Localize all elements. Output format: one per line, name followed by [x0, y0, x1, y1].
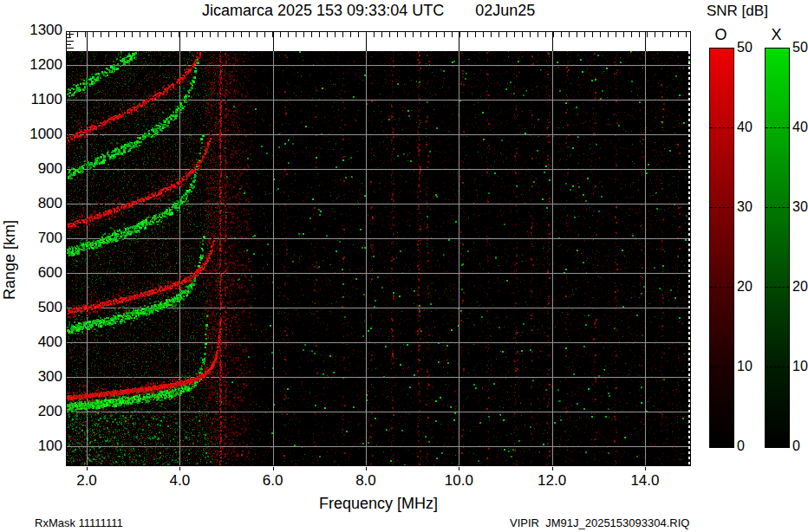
plot-title-datetime: Jicamarca 2025 153 09:33:04 UTC [202, 2, 444, 20]
left-axis-minor-tick [67, 48, 74, 49]
top-axis-minor-tick [381, 32, 382, 37]
top-axis-minor-tick [85, 32, 86, 37]
top-axis-minor-tick [342, 32, 343, 37]
x-tick-label: 6.0 [254, 473, 292, 489]
colorbar-tick-dash [710, 287, 733, 288]
plot-title-date: 02Jun25 [475, 2, 535, 20]
top-axis-minor-tick [147, 32, 148, 37]
top-axis-minor-tick [350, 32, 351, 37]
top-axis-minor-tick [506, 32, 507, 37]
x-tick-label: 12.0 [533, 473, 571, 489]
top-axis-minor-tick [467, 32, 468, 37]
top-axis-minor-tick [498, 32, 499, 37]
top-axis-minor-tick [561, 32, 562, 37]
top-axis-minor-tick [249, 32, 250, 37]
colorbar-tick-label: 0 [737, 438, 759, 454]
top-axis-minor-tick [592, 32, 593, 37]
top-axis-major-tick [645, 32, 646, 51]
top-axis-minor-tick [475, 32, 476, 37]
top-axis-minor-tick [264, 32, 265, 37]
top-axis-minor-tick [233, 32, 234, 37]
x-axis-tick [179, 467, 180, 470]
top-axis-minor-tick [639, 32, 640, 37]
x-axis-tick [87, 467, 88, 470]
x-tick-label: 14.0 [626, 473, 664, 489]
x-axis-label: Frequency [MHz] [66, 495, 691, 513]
top-axis-minor-tick [241, 32, 242, 37]
top-axis-minor-tick [413, 32, 414, 37]
top-axis-minor-tick [553, 32, 554, 37]
top-axis-minor-tick [93, 32, 94, 37]
top-axis-minor-tick [600, 32, 601, 37]
filename-text: VIPIR JM91J_2025153093304.RIQ [510, 516, 689, 529]
top-axis-major-tick [552, 32, 553, 51]
colorbar-tick-label: 10 [737, 359, 759, 374]
colorbar-tick-label: 50 [792, 40, 808, 55]
colorbar-tick-dash [710, 207, 733, 208]
top-axis-minor-tick [303, 32, 304, 37]
top-axis-major-tick [87, 32, 88, 51]
y-tick-label: 100 [24, 438, 62, 454]
top-axis-minor-tick [545, 32, 546, 37]
y-tick-label: 600 [24, 265, 62, 281]
y-axis-label: Range [km] [0, 130, 19, 390]
top-axis-minor-tick [288, 32, 289, 37]
colorbar-tick-label: 30 [737, 199, 759, 215]
top-axis-minor-tick [225, 32, 226, 37]
top-axis-minor-tick [428, 32, 429, 37]
colorbar-tick-dash [766, 287, 789, 288]
top-axis-minor-tick [210, 32, 211, 37]
top-axis-minor-tick [514, 32, 515, 37]
y-tick-label: 1200 [24, 57, 62, 73]
x-tick-label: 8.0 [347, 473, 385, 489]
top-axis-minor-tick [374, 32, 375, 37]
colorbar-tick-dash [710, 367, 733, 367]
y-tick-label: 700 [24, 230, 62, 246]
top-axis-minor-tick [678, 32, 679, 37]
left-axis-minor-tick [67, 44, 71, 45]
top-axis-minor-tick [108, 32, 109, 37]
y-tick-label: 1300 [24, 23, 62, 38]
y-tick-label: 200 [24, 404, 62, 419]
top-axis-minor-tick [327, 32, 328, 37]
top-axis-major-tick [179, 32, 180, 51]
colorbar-tick-label: 40 [737, 120, 759, 135]
top-axis-minor-tick [77, 32, 78, 37]
colorbar-tick-label: 30 [792, 199, 808, 215]
colorbar-tick-label: 40 [792, 120, 808, 135]
top-axis-minor-tick [522, 32, 523, 37]
top-axis-minor-tick [420, 32, 421, 37]
top-axis-minor-tick [389, 32, 390, 37]
vipir-ionogram-screen: Jicamarca 2025 153 09:33:04 UTC 02Jun25 … [0, 0, 808, 532]
top-axis-minor-tick [584, 32, 585, 37]
left-axis-minor-tick [67, 37, 71, 38]
x-axis-tick [459, 467, 459, 470]
colorbar-tick-dash [766, 367, 789, 367]
colorbar-mode-label: O [708, 26, 733, 44]
top-axis-minor-tick [257, 32, 257, 37]
top-axis-minor-tick [616, 32, 616, 37]
top-axis-minor-tick [436, 32, 437, 37]
top-axis-minor-tick [444, 32, 445, 37]
x-axis-tick [366, 467, 367, 470]
x-axis-tick [552, 467, 553, 470]
colorbar-tick-label: 20 [737, 279, 759, 295]
top-axis-minor-tick [405, 32, 406, 37]
top-axis-minor-tick [194, 32, 195, 37]
rxmask-text: RxMask 11111111 [35, 516, 123, 529]
top-axis-minor-tick [311, 32, 312, 37]
top-axis-minor-tick [140, 32, 140, 37]
top-axis-minor-tick [163, 32, 164, 37]
x-tick-label: 10.0 [440, 473, 478, 489]
x-axis-tick [273, 467, 274, 470]
top-axis-major-tick [459, 32, 459, 51]
y-tick-label: 800 [24, 196, 62, 211]
top-axis-minor-tick [647, 32, 648, 37]
colorbar-tick-label: 10 [792, 359, 808, 374]
y-tick-label: 1100 [24, 92, 62, 107]
colorbar-tick-label: 20 [792, 279, 808, 295]
y-tick-label: 1000 [24, 127, 62, 142]
top-axis-minor-tick [132, 32, 133, 37]
x-axis-tick [645, 467, 646, 470]
top-axis-minor-tick [124, 32, 125, 37]
